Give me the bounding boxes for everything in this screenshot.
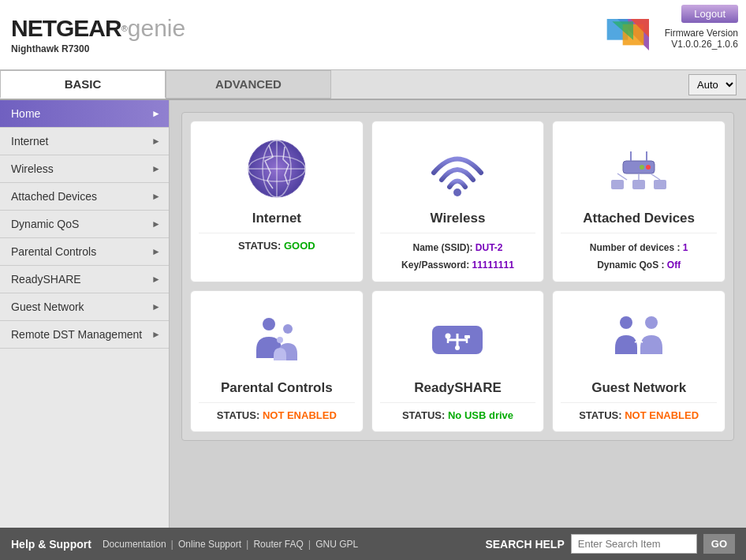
internet-svg	[245, 137, 308, 200]
svg-rect-18	[654, 180, 666, 189]
qos-label: Dynamic QoS :	[597, 259, 664, 271]
content-area: Internet STATUS: GOOD	[170, 100, 746, 528]
svg-line-19	[617, 174, 627, 180]
guest-svg	[607, 307, 670, 370]
sidebar-item-home[interactable]: Home ►	[0, 100, 169, 128]
footer-link-documentation[interactable]: Documentation	[103, 539, 166, 550]
card-internet[interactable]: Internet STATUS: GOOD	[190, 121, 364, 282]
attached-icon	[603, 133, 674, 204]
card-guest-network[interactable]: Guest Network STATUS: NOT ENABLED	[552, 290, 725, 432]
sidebar-item-parental-controls[interactable]: Parental Controls ►	[0, 238, 169, 266]
key-label: Key/Password:	[401, 259, 469, 271]
parental-status-value: NOT ENABLED	[263, 409, 337, 421]
auto-select-area: Auto	[688, 70, 746, 99]
footer-left: Help & Support Documentation | Online Su…	[11, 538, 358, 551]
devices-value: 1	[683, 242, 688, 253]
header-left: NETGEAR ® genie Nighthawk R7300	[0, 0, 578, 69]
genie-text: genie	[128, 15, 185, 42]
logout-button[interactable]: Logout	[681, 5, 738, 23]
svg-point-13	[640, 165, 644, 170]
search-input[interactable]	[571, 534, 697, 554]
sidebar-item-guest-network[interactable]: Guest Network ►	[0, 293, 169, 321]
firmware-label: Firmware Version	[665, 28, 738, 39]
guest-status-value: NOT ENABLED	[625, 409, 699, 421]
key-value: 11111111	[472, 259, 513, 271]
svg-point-32	[455, 345, 460, 350]
ssid-value: DUT-2	[476, 242, 503, 253]
sidebar-guest-arrow: ►	[151, 301, 161, 312]
help-support-label: Help & Support	[11, 538, 91, 551]
wireless-icon	[422, 133, 493, 204]
sidebar-readyshare-label: ReadySHARE	[11, 273, 81, 286]
guest-icon	[603, 303, 674, 374]
svg-point-23	[283, 324, 293, 334]
brand-name: NETGEAR	[11, 15, 121, 42]
internet-status-label: STATUS:	[238, 240, 281, 252]
svg-point-22	[263, 318, 275, 330]
parental-svg	[245, 307, 308, 370]
main-grid: Internet STATUS: GOOD	[181, 112, 734, 441]
sidebar-home-arrow: ►	[151, 108, 161, 119]
readyshare-status: STATUS: No USB drive	[380, 402, 536, 421]
sidebar-readyshare-arrow: ►	[151, 274, 161, 285]
internet-icon	[241, 133, 312, 204]
nav-tabs: BASIC ADVANCED Auto	[0, 70, 746, 100]
tab-advanced[interactable]: ADVANCED	[166, 70, 331, 99]
sidebar-internet-arrow: ►	[151, 136, 161, 147]
sidebar-item-readyshare[interactable]: ReadySHARE ►	[0, 266, 169, 293]
triangles-svg	[586, 3, 649, 66]
ssid-label: Name (SSID):	[412, 242, 472, 253]
svg-rect-16	[611, 180, 624, 189]
auto-select[interactable]: Auto	[688, 74, 737, 95]
header-right: Logout Firmware Version V1.0.0.26_1.0.6	[657, 0, 746, 69]
card-readyshare[interactable]: ReadySHARE STATUS: No USB drive	[371, 290, 545, 432]
sidebar-item-wireless[interactable]: Wireless ►	[0, 155, 169, 183]
sidebar-home-label: Home	[11, 107, 40, 120]
sidebar-item-dynamic-qos[interactable]: Dynamic QoS ►	[0, 211, 169, 238]
readyshare-svg	[426, 307, 489, 370]
parental-icon	[241, 303, 312, 374]
svg-rect-31	[464, 335, 470, 338]
card-attached-devices[interactable]: Attached Devices Number of devices : 1 D…	[552, 121, 725, 282]
devices-label: Number of devices :	[590, 242, 681, 253]
readyshare-icon	[422, 303, 493, 374]
firmware-info: Firmware Version V1.0.0.26_1.0.6	[665, 28, 738, 50]
attached-info: Number of devices : 1 Dynamic QoS : Off	[561, 233, 717, 274]
internet-status-value: GOOD	[284, 240, 315, 252]
footer-link-gnu-gpl[interactable]: GNU GPL	[315, 539, 358, 550]
svg-point-24	[277, 337, 283, 343]
parental-status-label: STATUS:	[217, 409, 259, 421]
sidebar-remote-label: Remote DST Management	[11, 328, 142, 341]
svg-point-30	[446, 334, 451, 339]
attached-svg	[607, 137, 670, 200]
svg-rect-17	[632, 180, 645, 189]
sidebar-guest-label: Guest Network	[11, 301, 84, 313]
parental-title: Parental Controls	[221, 380, 333, 396]
internet-status: STATUS: GOOD	[199, 233, 355, 252]
sidebar-item-attached-devices[interactable]: Attached Devices ►	[0, 183, 169, 211]
sidebar-parental-arrow: ►	[151, 246, 161, 257]
sidebar-parental-label: Parental Controls	[11, 245, 96, 258]
guest-status-label: STATUS:	[579, 409, 621, 421]
footer-link-router-faq[interactable]: Router FAQ	[253, 539, 303, 550]
sidebar-wireless-label: Wireless	[11, 162, 54, 175]
wireless-svg	[426, 137, 489, 200]
sidebar-qos-arrow: ►	[151, 218, 161, 230]
sidebar-qos-label: Dynamic QoS	[11, 218, 79, 230]
sep-3: |	[308, 538, 311, 550]
sidebar-item-internet[interactable]: Internet ►	[0, 128, 169, 155]
card-parental-controls[interactable]: Parental Controls STATUS: NOT ENABLED	[190, 290, 364, 432]
attached-title: Attached Devices	[583, 211, 695, 226]
main-layout: Home ► Internet ► Wireless ► Attached De…	[0, 100, 746, 528]
card-wireless[interactable]: Wireless Name (SSID): DUT-2 Key/Password…	[371, 121, 545, 282]
sidebar-item-remote-dst[interactable]: Remote DST Management ►	[0, 321, 169, 349]
sidebar-wireless-arrow: ►	[151, 163, 161, 174]
tab-basic[interactable]: BASIC	[0, 70, 166, 99]
sidebar-internet-label: Internet	[11, 135, 48, 147]
search-go-button[interactable]: GO	[703, 534, 735, 554]
footer: Help & Support Documentation | Online Su…	[0, 528, 746, 560]
readyshare-status-value: No USB drive	[448, 409, 513, 421]
header: NETGEAR ® genie Nighthawk R7300 Logout F…	[0, 0, 746, 70]
svg-point-12	[646, 165, 651, 170]
footer-link-online-support[interactable]: Online Support	[178, 539, 241, 550]
